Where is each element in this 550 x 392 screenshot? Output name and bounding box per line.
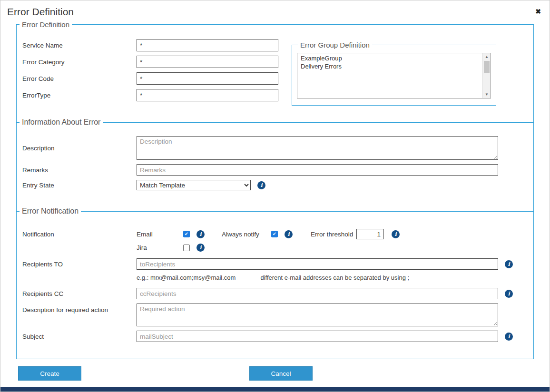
subject-label: Subject [22,333,137,340]
footer-bar [0,387,550,392]
remarks-input[interactable] [137,164,498,176]
subject-row: Subject [22,331,533,342]
required-action-textarea[interactable] [137,304,498,326]
error-code-input[interactable] [137,72,278,85]
scrollbar-thumb[interactable] [484,61,490,73]
service-name-input[interactable] [137,39,278,51]
description-textarea[interactable] [137,136,498,160]
email-info-icon[interactable] [196,230,205,238]
page-title: Error Definition [7,6,74,17]
error-threshold-label: Error threshold [311,231,356,238]
entry-state-select[interactable]: Match Template [137,180,251,190]
scroll-up-icon[interactable]: ▲ [483,53,491,60]
close-icon[interactable]: ✖ [535,8,541,15]
error-code-label: Error Code [22,75,137,82]
error-category-input[interactable] [137,56,278,68]
service-name-label: Service Name [22,42,137,49]
information-about-error-legend: Information About Error [20,118,103,127]
error-threshold-input[interactable] [356,229,384,239]
description-label: Description [22,145,137,152]
entry-state-info-icon[interactable] [257,181,265,189]
recipients-cc-info-icon[interactable] [505,290,513,298]
entry-state-label: Entry State [22,182,137,189]
error-notification-fieldset: Error Notification Notification Email Al… [17,207,533,346]
jira-label: Jira [137,244,183,251]
jira-info-icon[interactable] [196,244,205,252]
recipients-to-row: Recipients TO [22,258,533,270]
always-notify-label: Always notify [222,231,271,238]
always-notify-checkbox[interactable] [271,231,278,237]
notification-row: Notification Email Always notify Error t… [22,229,533,239]
error-type-input[interactable] [137,89,278,101]
subject-info-icon[interactable] [505,333,513,341]
recipients-cc-row: Recipients CC [22,288,533,299]
error-code-row: Error Code [22,72,292,85]
error-type-row: ErrorType [22,89,292,101]
recipients-cc-label: Recipients CC [22,290,137,297]
scroll-down-icon[interactable]: ▼ [483,91,491,98]
notification-label: Notification [22,231,137,238]
subject-input[interactable] [137,331,498,342]
error-group-options: ExampleGroup Delivery Errors [297,53,482,98]
create-button[interactable]: Create [18,366,81,381]
entry-state-row: Entry State Match Template [22,180,533,190]
always-notify-info-icon[interactable] [285,230,293,238]
recipients-to-info-icon[interactable] [505,260,513,268]
recipients-cc-input[interactable] [137,288,498,299]
required-action-label: Description for required action [22,304,137,314]
jira-checkbox[interactable] [183,245,190,251]
error-category-row: Error Category [22,56,292,68]
jira-row: Jira [22,244,533,252]
email-hint-example: e.g.: mrx@mail.com;msy@mail.com [137,274,236,281]
basic-fields-section: Service Name Error Category Error Code E… [17,29,533,106]
service-name-row: Service Name [22,39,292,51]
email-hint-note: different e-mail addresses can be separa… [260,274,409,281]
basic-fields-column: Service Name Error Category Error Code E… [17,29,292,106]
error-type-label: ErrorType [22,92,137,99]
list-item[interactable]: Delivery Errors [297,62,482,70]
listbox-scrollbar[interactable]: ▲ ▼ [482,53,491,98]
required-action-row: Description for required action [22,304,533,326]
list-item[interactable]: ExampleGroup [297,54,482,62]
cancel-button[interactable]: Cancel [249,366,313,381]
description-row: Description [22,136,533,160]
email-label: Email [137,231,183,238]
error-definition-dialog: Error Definition ✖ Error Definition Serv… [0,0,550,392]
error-notification-legend: Error Notification [20,207,81,216]
error-group-listbox[interactable]: ExampleGroup Delivery Errors ▲ ▼ [297,53,491,98]
recipients-to-input[interactable] [137,258,498,270]
error-group-definition-fieldset: Error Group Definition ExampleGroup Deli… [292,41,496,106]
error-definition-fieldset: Error Definition Service Name Error Cate… [16,20,534,359]
remarks-row: Remarks [22,164,533,176]
error-threshold-info-icon[interactable] [392,230,400,238]
remarks-label: Remarks [22,167,137,174]
dialog-header: Error Definition ✖ [0,0,550,19]
information-about-error-fieldset: Information About Error Description Rema… [17,118,533,195]
dialog-buttons: Create Cancel [18,366,550,381]
error-definition-legend: Error Definition [20,20,72,29]
recipients-to-label: Recipients TO [22,261,137,268]
error-category-label: Error Category [22,59,137,66]
email-checkbox[interactable] [183,231,190,237]
error-group-definition-legend: Error Group Definition [298,41,372,49]
email-hint-row: e.g.: mrx@mail.com;msy@mail.com differen… [137,274,533,281]
